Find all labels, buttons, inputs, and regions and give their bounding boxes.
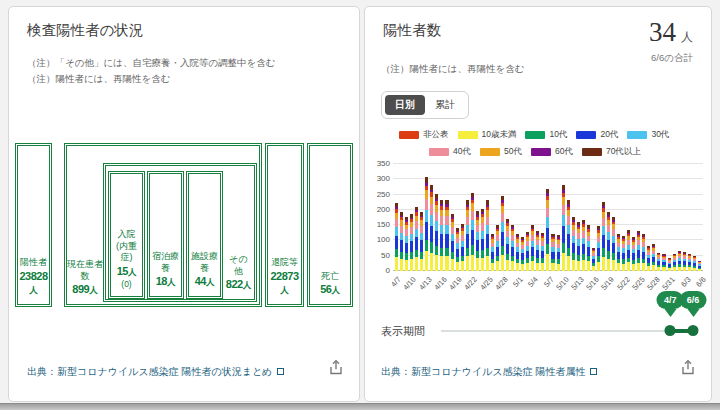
bar-segment xyxy=(612,260,615,271)
chart-bar[interactable] xyxy=(461,224,464,271)
chart-bar[interactable] xyxy=(572,217,575,271)
bar-segment xyxy=(435,212,438,221)
chart-bar[interactable] xyxy=(400,212,403,271)
box-value: 56 xyxy=(320,283,331,295)
chart-bar[interactable] xyxy=(657,253,660,271)
chart-bar[interactable] xyxy=(642,234,645,271)
chart-bar[interactable] xyxy=(526,232,529,271)
chart-bar[interactable] xyxy=(683,252,686,271)
chart-bar[interactable] xyxy=(466,200,469,271)
bar-segment xyxy=(622,253,625,260)
chart-bar[interactable] xyxy=(420,212,423,271)
chart-bar[interactable] xyxy=(602,202,605,271)
chart-bar[interactable] xyxy=(486,200,489,271)
chart-bar[interactable] xyxy=(410,214,413,271)
source-link-right[interactable]: 出典：新型コロナウイルス感染症 陽性者属性 xyxy=(381,365,597,379)
bar-segment xyxy=(471,203,474,210)
chart-bar[interactable] xyxy=(476,211,479,271)
slider-end-handle[interactable] xyxy=(688,325,699,336)
bar-segment xyxy=(481,258,484,271)
tab-cumulative[interactable]: 累計 xyxy=(425,95,465,115)
chart-bar[interactable] xyxy=(678,251,681,271)
chart-bar[interactable] xyxy=(577,222,580,271)
chart-bar[interactable] xyxy=(617,234,620,271)
chart-bar[interactable] xyxy=(496,225,499,271)
bar-segment xyxy=(481,223,484,230)
chart-bar[interactable] xyxy=(662,254,665,271)
chart-bar[interactable] xyxy=(531,225,534,271)
chart-bar[interactable] xyxy=(415,207,418,271)
chart-bar[interactable] xyxy=(693,256,696,271)
chart-bar[interactable] xyxy=(647,246,650,271)
chart-bar[interactable] xyxy=(587,225,590,271)
bar-segment xyxy=(430,215,433,226)
chart-bar[interactable] xyxy=(435,194,438,271)
bar-segment xyxy=(440,248,443,257)
chart-bar[interactable] xyxy=(405,217,408,271)
chart-bar[interactable] xyxy=(491,234,494,271)
legend-swatch xyxy=(531,148,551,156)
chart-bar[interactable] xyxy=(698,261,701,271)
bar-segment xyxy=(395,236,398,249)
chart-bar[interactable] xyxy=(521,237,524,271)
chart-bar[interactable] xyxy=(622,236,625,271)
headline-caption: 6/6の合計 xyxy=(649,52,693,65)
chart-bar[interactable] xyxy=(425,177,428,271)
chart-bar[interactable] xyxy=(582,220,585,271)
chart-bar[interactable] xyxy=(607,212,610,271)
slider-end-pin[interactable]: 6/6 xyxy=(680,291,707,309)
bar-segment xyxy=(440,216,443,225)
chart-bar[interactable] xyxy=(673,254,676,271)
source-link-left[interactable]: 出典：新型コロナウイルス感染症 陽性者の状況まとめ xyxy=(27,365,284,379)
chart-bar[interactable] xyxy=(612,217,615,271)
chart-bar[interactable] xyxy=(430,185,433,271)
chart-bar[interactable] xyxy=(541,233,544,271)
chart-bar[interactable] xyxy=(632,237,635,271)
chart-bar[interactable] xyxy=(456,228,459,271)
chart-bar[interactable] xyxy=(592,248,595,271)
x-tick-label: 5/4 xyxy=(526,275,540,289)
chart-bar[interactable] xyxy=(395,203,398,271)
chart-bar[interactable] xyxy=(688,254,691,271)
panel-positive-count: 陽性者数 34人 6/6の合計 （注）陽性者には、再陽性を含む 日別 累計 非公… xyxy=(364,6,712,402)
x-tick-label: 5/1 xyxy=(511,275,525,289)
bar-segment xyxy=(551,263,554,271)
chart-bar[interactable] xyxy=(501,196,504,271)
chart-bar[interactable] xyxy=(637,231,640,271)
share-icon[interactable] xyxy=(327,359,345,377)
bar-segment xyxy=(461,261,464,271)
bar-segment xyxy=(491,263,494,271)
chart-bar[interactable] xyxy=(471,193,474,271)
date-range-slider: 表示期間 4/7 6/6 xyxy=(381,323,693,339)
y-tick-label: 100 xyxy=(377,235,390,244)
chart-bar[interactable] xyxy=(481,209,484,271)
chart-bar[interactable] xyxy=(551,234,554,271)
chart-bar[interactable] xyxy=(567,200,570,271)
chart-bar[interactable] xyxy=(627,230,630,271)
chart-bar[interactable] xyxy=(668,258,671,271)
bar-segment xyxy=(506,237,509,244)
chart-bar[interactable] xyxy=(562,185,565,271)
chart-bar[interactable] xyxy=(440,200,443,271)
chart-bar[interactable] xyxy=(511,225,514,271)
bar-segment xyxy=(491,252,494,259)
bar-segment xyxy=(410,259,413,271)
chart-bar[interactable] xyxy=(506,219,509,271)
tab-daily[interactable]: 日別 xyxy=(385,95,425,115)
window-bottom-bar xyxy=(0,403,720,410)
share-icon[interactable] xyxy=(679,359,697,377)
chart-bar[interactable] xyxy=(652,244,655,271)
chart-bar[interactable] xyxy=(557,235,560,271)
chart-bar[interactable] xyxy=(536,231,539,271)
chart-bar[interactable] xyxy=(445,200,448,271)
bar-segment xyxy=(435,221,438,231)
chart-bar[interactable] xyxy=(546,189,549,271)
chart-bar[interactable] xyxy=(451,214,454,271)
slider-start-handle[interactable] xyxy=(665,325,676,336)
slider-track[interactable]: 4/7 6/6 xyxy=(441,324,693,338)
chart-bar[interactable] xyxy=(516,234,519,271)
chart-bar[interactable] xyxy=(597,226,600,271)
box-label: その他 xyxy=(225,254,252,277)
bar-segment xyxy=(395,227,398,236)
x-tick-label: 4/28 xyxy=(493,275,509,292)
